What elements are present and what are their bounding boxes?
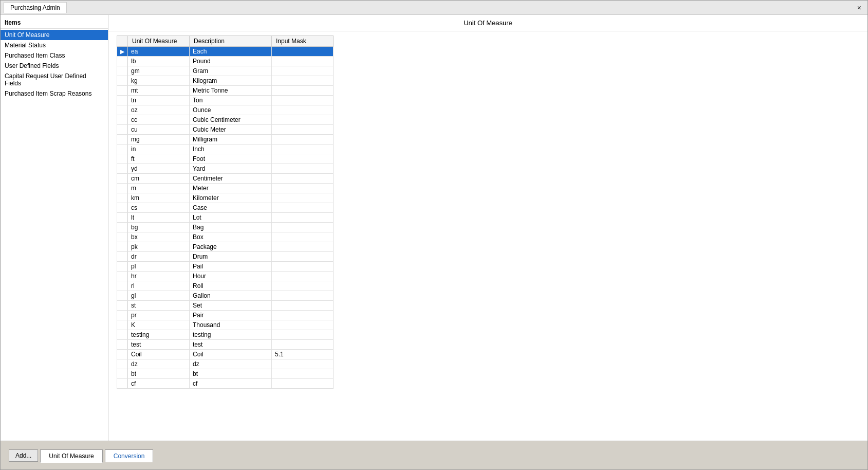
- sidebar-item-purchased-item-scrap[interactable]: Purchased Item Scrap Reasons: [1, 88, 108, 99]
- tab-conversion[interactable]: Conversion: [105, 449, 154, 462]
- row-indicator: [117, 96, 128, 105]
- row-input-mask: [272, 369, 334, 379]
- row-uom: ft: [128, 154, 190, 164]
- table-row[interactable]: inInch: [117, 144, 334, 154]
- row-uom: oz: [128, 105, 190, 115]
- table-row[interactable]: stSet: [117, 301, 334, 311]
- row-uom: pk: [128, 242, 190, 252]
- col-header-input-mask: Input Mask: [272, 36, 334, 47]
- table-row[interactable]: ftFoot: [117, 154, 334, 164]
- sidebar-item-unit-of-measure[interactable]: Unit Of Measure: [1, 30, 108, 40]
- table-row[interactable]: cuCubic Meter: [117, 125, 334, 135]
- row-indicator: [117, 66, 128, 76]
- row-description: Box: [190, 232, 272, 242]
- table-row[interactable]: ltLot: [117, 213, 334, 223]
- bottom-bar: Add... Unit Of Measure Conversion: [1, 441, 867, 469]
- row-indicator: [117, 203, 128, 213]
- table-row[interactable]: drDrum: [117, 252, 334, 262]
- table-row[interactable]: ccCubic Centimeter: [117, 115, 334, 125]
- row-input-mask: [272, 320, 334, 330]
- table-row[interactable]: hrHour: [117, 272, 334, 281]
- table-row[interactable]: prPair: [117, 311, 334, 320]
- row-uom: pl: [128, 262, 190, 272]
- sidebar-item-material-status[interactable]: Material Status: [1, 40, 108, 50]
- table-row[interactable]: cmCentimeter: [117, 174, 334, 184]
- row-uom: bx: [128, 232, 190, 242]
- table-row[interactable]: bgBag: [117, 223, 334, 232]
- table-row[interactable]: mMeter: [117, 184, 334, 193]
- row-input-mask: [272, 96, 334, 105]
- close-button[interactable]: ×: [854, 3, 864, 13]
- row-uom: gl: [128, 291, 190, 301]
- table-row[interactable]: ozOunce: [117, 105, 334, 115]
- table-row[interactable]: csCase: [117, 203, 334, 213]
- row-indicator: [117, 213, 128, 223]
- table-row[interactable]: ydYard: [117, 164, 334, 174]
- table-row[interactable]: ▶eaEach: [117, 47, 334, 57]
- row-indicator: [117, 330, 128, 340]
- row-input-mask: [272, 213, 334, 223]
- table-row[interactable]: cfcf: [117, 379, 334, 389]
- table-row[interactable]: mtMetric Tonne: [117, 86, 334, 96]
- row-uom: Coil: [128, 350, 190, 359]
- table-row[interactable]: tnTon: [117, 96, 334, 105]
- row-input-mask: [272, 232, 334, 242]
- row-description: Ounce: [190, 105, 272, 115]
- row-indicator: [117, 340, 128, 350]
- table-row[interactable]: testingtesting: [117, 330, 334, 340]
- row-input-mask: [272, 66, 334, 76]
- row-input-mask: [272, 301, 334, 311]
- add-button[interactable]: Add...: [9, 449, 38, 462]
- table-row[interactable]: rlRoll: [117, 281, 334, 291]
- row-uom: dz: [128, 359, 190, 369]
- row-indicator: [117, 281, 128, 291]
- sidebar-item-capital-request-udf[interactable]: Capital Request User Defined Fields: [1, 71, 108, 88]
- table-row[interactable]: testtest: [117, 340, 334, 350]
- row-input-mask: [272, 164, 334, 174]
- row-description: Hour: [190, 272, 272, 281]
- sidebar-items-container: Unit Of MeasureMaterial StatusPurchased …: [1, 30, 108, 99]
- table-row[interactable]: KThousand: [117, 320, 334, 330]
- row-description: Metric Tonne: [190, 86, 272, 96]
- table-row[interactable]: lbPound: [117, 57, 334, 66]
- row-indicator: [117, 369, 128, 379]
- row-indicator: [117, 193, 128, 203]
- row-input-mask: [272, 379, 334, 389]
- table-row[interactable]: mgMilligram: [117, 135, 334, 144]
- row-input-mask: [272, 252, 334, 262]
- row-uom: cu: [128, 125, 190, 135]
- row-input-mask: [272, 330, 334, 340]
- table-row[interactable]: dzdz: [117, 359, 334, 369]
- table-row[interactable]: gmGram: [117, 66, 334, 76]
- row-description: bt: [190, 369, 272, 379]
- table-row[interactable]: kmKilometer: [117, 193, 334, 203]
- table-row[interactable]: btbt: [117, 369, 334, 379]
- row-uom: lb: [128, 57, 190, 66]
- sidebar-item-user-defined-fields[interactable]: User Defined Fields: [1, 61, 108, 71]
- table-row[interactable]: bxBox: [117, 232, 334, 242]
- row-description: Package: [190, 242, 272, 252]
- table-row[interactable]: kgKilogram: [117, 76, 334, 86]
- table-row[interactable]: pkPackage: [117, 242, 334, 252]
- window-title-tab: Purchasing Admin: [4, 2, 67, 13]
- row-uom: ea: [128, 47, 190, 57]
- row-indicator: [117, 125, 128, 135]
- table-row[interactable]: glGallon: [117, 291, 334, 301]
- row-input-mask: [272, 223, 334, 232]
- row-uom: mg: [128, 135, 190, 144]
- row-indicator: [117, 184, 128, 193]
- tab-unit-of-measure[interactable]: Unit Of Measure: [40, 449, 102, 463]
- row-description: Centimeter: [190, 174, 272, 184]
- row-uom: gm: [128, 66, 190, 76]
- row-indicator: [117, 174, 128, 184]
- row-description: Pair: [190, 311, 272, 320]
- table-row[interactable]: plPail: [117, 262, 334, 272]
- row-input-mask: [272, 340, 334, 350]
- row-uom: test: [128, 340, 190, 350]
- row-uom: cc: [128, 115, 190, 125]
- sidebar-item-purchased-item-class[interactable]: Purchased Item Class: [1, 50, 108, 61]
- table-row[interactable]: CoilCoil5.1: [117, 350, 334, 359]
- table-body: ▶eaEachlbPoundgmGramkgKilogrammtMetric T…: [117, 47, 334, 389]
- row-description: Lot: [190, 213, 272, 223]
- window-title: Purchasing Admin: [10, 4, 60, 11]
